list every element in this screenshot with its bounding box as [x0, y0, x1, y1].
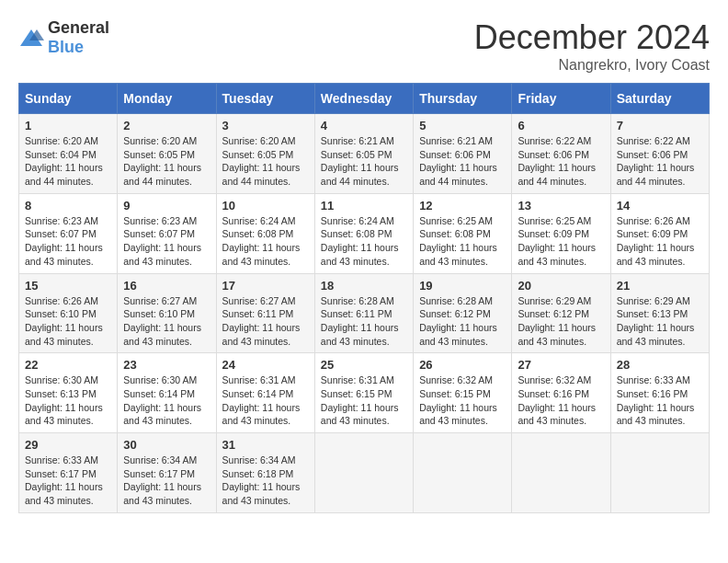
day-cell-7: 7 Sunrise: 6:22 AM Sunset: 6:06 PM Dayli… — [610, 114, 709, 194]
day-info: Sunrise: 6:23 AM Sunset: 6:07 PM Dayligh… — [25, 214, 111, 269]
day-info: Sunrise: 6:28 AM Sunset: 6:11 PM Dayligh… — [321, 294, 407, 349]
title-area: December 2024 Nangrekro, Ivory Coast — [474, 18, 710, 74]
day-number: 23 — [123, 358, 210, 372]
day-number: 28 — [617, 358, 703, 372]
day-cell-14: 14 Sunrise: 6:26 AM Sunset: 6:09 PM Dayl… — [610, 193, 709, 273]
day-info: Sunrise: 6:26 AM Sunset: 6:09 PM Dayligh… — [617, 214, 703, 269]
day-cell-31: 31 Sunrise: 6:34 AM Sunset: 6:18 PM Dayl… — [216, 433, 314, 513]
day-number: 8 — [25, 199, 111, 213]
col-wednesday: Wednesday — [314, 84, 413, 114]
day-cell-28: 28 Sunrise: 6:33 AM Sunset: 6:16 PM Dayl… — [610, 353, 709, 433]
day-info: Sunrise: 6:31 AM Sunset: 6:15 PM Dayligh… — [321, 373, 407, 428]
day-cell-15: 15 Sunrise: 6:26 AM Sunset: 6:10 PM Dayl… — [19, 273, 118, 353]
day-cell-20: 20 Sunrise: 6:29 AM Sunset: 6:12 PM Dayl… — [512, 273, 610, 353]
col-monday: Monday — [118, 84, 216, 114]
day-number: 20 — [518, 279, 604, 293]
empty-cell — [610, 433, 709, 513]
empty-cell — [414, 433, 512, 513]
calendar-table: Sunday Monday Tuesday Wednesday Thursday… — [18, 83, 710, 513]
day-info: Sunrise: 6:27 AM Sunset: 6:10 PM Dayligh… — [123, 294, 210, 349]
day-info: Sunrise: 6:34 AM Sunset: 6:18 PM Dayligh… — [222, 454, 309, 508]
col-tuesday: Tuesday — [216, 84, 314, 114]
day-number: 10 — [222, 199, 309, 213]
day-number: 29 — [25, 438, 111, 452]
day-number: 6 — [518, 119, 604, 132]
day-info: Sunrise: 6:24 AM Sunset: 6:08 PM Dayligh… — [222, 214, 309, 269]
calendar-week-2: 8 Sunrise: 6:23 AM Sunset: 6:07 PM Dayli… — [19, 193, 710, 273]
day-cell-1: 1 Sunrise: 6:20 AM Sunset: 6:04 PM Dayli… — [19, 114, 118, 194]
day-number: 1 — [25, 119, 111, 132]
location-title: Nangrekro, Ivory Coast — [474, 57, 710, 74]
day-number: 22 — [25, 358, 111, 372]
day-number: 19 — [419, 279, 506, 293]
day-info: Sunrise: 6:22 AM Sunset: 6:06 PM Dayligh… — [617, 134, 703, 189]
col-thursday: Thursday — [414, 84, 512, 114]
day-info: Sunrise: 6:21 AM Sunset: 6:06 PM Dayligh… — [419, 134, 506, 189]
day-cell-13: 13 Sunrise: 6:25 AM Sunset: 6:09 PM Dayl… — [512, 193, 610, 273]
day-number: 15 — [25, 279, 111, 293]
day-cell-3: 3 Sunrise: 6:20 AM Sunset: 6:05 PM Dayli… — [216, 114, 314, 194]
day-info: Sunrise: 6:33 AM Sunset: 6:17 PM Dayligh… — [25, 454, 111, 508]
day-cell-24: 24 Sunrise: 6:31 AM Sunset: 6:14 PM Dayl… — [216, 353, 314, 433]
day-info: Sunrise: 6:32 AM Sunset: 6:16 PM Dayligh… — [518, 373, 604, 428]
day-number: 16 — [123, 279, 210, 293]
day-cell-17: 17 Sunrise: 6:27 AM Sunset: 6:11 PM Dayl… — [216, 273, 314, 353]
calendar-week-3: 15 Sunrise: 6:26 AM Sunset: 6:10 PM Dayl… — [19, 273, 710, 353]
day-cell-4: 4 Sunrise: 6:21 AM Sunset: 6:05 PM Dayli… — [314, 114, 413, 194]
calendar-week-4: 22 Sunrise: 6:30 AM Sunset: 6:13 PM Dayl… — [19, 353, 710, 433]
day-cell-25: 25 Sunrise: 6:31 AM Sunset: 6:15 PM Dayl… — [314, 353, 413, 433]
day-info: Sunrise: 6:29 AM Sunset: 6:12 PM Dayligh… — [518, 294, 604, 349]
day-cell-6: 6 Sunrise: 6:22 AM Sunset: 6:06 PM Dayli… — [512, 114, 610, 194]
day-cell-21: 21 Sunrise: 6:29 AM Sunset: 6:13 PM Dayl… — [610, 273, 709, 353]
header: General Blue December 2024 Nangrekro, Iv… — [18, 18, 710, 74]
day-cell-5: 5 Sunrise: 6:21 AM Sunset: 6:06 PM Dayli… — [414, 114, 512, 194]
day-cell-19: 19 Sunrise: 6:28 AM Sunset: 6:12 PM Dayl… — [414, 273, 512, 353]
empty-cell — [314, 433, 413, 513]
day-info: Sunrise: 6:34 AM Sunset: 6:17 PM Dayligh… — [123, 454, 210, 508]
day-cell-9: 9 Sunrise: 6:23 AM Sunset: 6:07 PM Dayli… — [118, 193, 216, 273]
day-info: Sunrise: 6:33 AM Sunset: 6:16 PM Dayligh… — [617, 373, 703, 428]
day-cell-26: 26 Sunrise: 6:32 AM Sunset: 6:15 PM Dayl… — [414, 353, 512, 433]
day-info: Sunrise: 6:21 AM Sunset: 6:05 PM Dayligh… — [321, 134, 407, 189]
day-number: 30 — [123, 438, 210, 452]
calendar-header-row: Sunday Monday Tuesday Wednesday Thursday… — [19, 84, 710, 114]
calendar-week-5: 29 Sunrise: 6:33 AM Sunset: 6:17 PM Dayl… — [19, 433, 710, 513]
day-info: Sunrise: 6:30 AM Sunset: 6:13 PM Dayligh… — [25, 373, 111, 428]
day-info: Sunrise: 6:28 AM Sunset: 6:12 PM Dayligh… — [419, 294, 506, 349]
day-number: 12 — [419, 199, 506, 213]
day-info: Sunrise: 6:20 AM Sunset: 6:05 PM Dayligh… — [123, 134, 210, 189]
day-number: 2 — [123, 119, 210, 132]
day-cell-10: 10 Sunrise: 6:24 AM Sunset: 6:08 PM Dayl… — [216, 193, 314, 273]
day-number: 25 — [321, 358, 407, 372]
day-info: Sunrise: 6:31 AM Sunset: 6:14 PM Dayligh… — [222, 373, 309, 428]
day-cell-30: 30 Sunrise: 6:34 AM Sunset: 6:17 PM Dayl… — [118, 433, 216, 513]
day-info: Sunrise: 6:30 AM Sunset: 6:14 PM Dayligh… — [123, 373, 210, 428]
day-info: Sunrise: 6:23 AM Sunset: 6:07 PM Dayligh… — [123, 214, 210, 269]
col-sunday: Sunday — [19, 84, 118, 114]
day-number: 24 — [222, 358, 309, 372]
empty-cell — [512, 433, 610, 513]
general-blue-logo-icon — [18, 28, 44, 48]
day-cell-11: 11 Sunrise: 6:24 AM Sunset: 6:08 PM Dayl… — [314, 193, 413, 273]
day-info: Sunrise: 6:24 AM Sunset: 6:08 PM Dayligh… — [321, 214, 407, 269]
day-number: 3 — [222, 119, 309, 132]
month-title: December 2024 — [474, 18, 710, 57]
day-cell-2: 2 Sunrise: 6:20 AM Sunset: 6:05 PM Dayli… — [118, 114, 216, 194]
col-friday: Friday — [512, 84, 610, 114]
day-info: Sunrise: 6:22 AM Sunset: 6:06 PM Dayligh… — [518, 134, 604, 189]
day-number: 18 — [321, 279, 407, 293]
day-number: 9 — [123, 199, 210, 213]
day-info: Sunrise: 6:29 AM Sunset: 6:13 PM Dayligh… — [617, 294, 703, 349]
day-number: 7 — [617, 119, 703, 132]
day-number: 5 — [419, 119, 506, 132]
day-number: 11 — [321, 199, 407, 213]
day-info: Sunrise: 6:27 AM Sunset: 6:11 PM Dayligh… — [222, 294, 309, 349]
day-info: Sunrise: 6:25 AM Sunset: 6:09 PM Dayligh… — [518, 214, 604, 269]
day-number: 27 — [518, 358, 604, 372]
logo: General Blue — [18, 18, 109, 57]
day-info: Sunrise: 6:25 AM Sunset: 6:08 PM Dayligh… — [419, 214, 506, 269]
day-info: Sunrise: 6:32 AM Sunset: 6:15 PM Dayligh… — [419, 373, 506, 428]
col-saturday: Saturday — [610, 84, 709, 114]
day-number: 17 — [222, 279, 309, 293]
day-cell-12: 12 Sunrise: 6:25 AM Sunset: 6:08 PM Dayl… — [414, 193, 512, 273]
